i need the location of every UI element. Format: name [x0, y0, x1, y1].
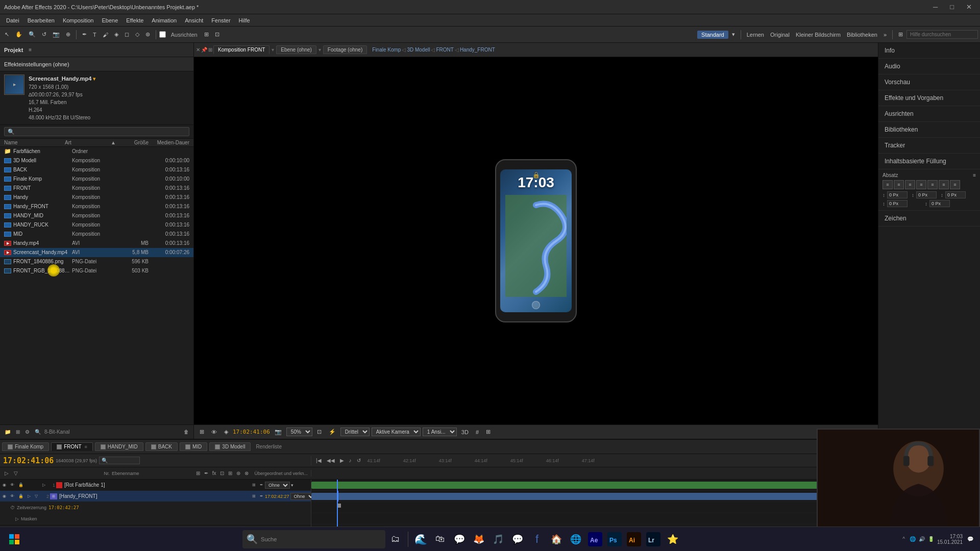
viewer-grid-btn[interactable]: #	[473, 428, 481, 437]
viewer-view-select[interactable]: 1 Ansi...	[423, 428, 457, 436]
tool-hand[interactable]: ✋	[13, 30, 25, 39]
menu-hilfe[interactable]: Hilfe	[235, 16, 254, 24]
toolbar-mode-dropdown[interactable]: ▾	[729, 30, 738, 39]
viewer-res-btn[interactable]: ⊡	[314, 427, 324, 437]
layer-2-sw2[interactable]: ✒	[258, 493, 265, 499]
menu-effekte[interactable]: Effekte	[122, 16, 148, 24]
tool-shape[interactable]: ◇	[133, 30, 142, 39]
tl-begin-btn[interactable]: |◀	[314, 457, 323, 464]
tool-camera[interactable]: 📷	[50, 30, 62, 39]
settings-btn[interactable]: ⚙	[23, 429, 31, 435]
layer-2-solo[interactable]: ◉	[1, 493, 8, 499]
align-center[interactable]: ≡	[894, 180, 904, 189]
timeline-tab-handy-mid[interactable]: HANDY_MID	[95, 442, 143, 451]
viewer-snapshot-btn[interactable]: 📷	[272, 427, 284, 437]
timeline-tab-back[interactable]: BACK	[145, 442, 178, 451]
delete-btn[interactable]: 🗑	[182, 429, 190, 435]
taskbar-lightroom[interactable]: Lr	[644, 530, 663, 548]
timeline-time-display[interactable]: 17:02:41:06	[3, 456, 54, 465]
layer-1-solo[interactable]: ◉	[1, 482, 8, 488]
switch-5[interactable]: ⊞	[227, 470, 234, 477]
tl-loop-btn[interactable]: ↺	[355, 457, 362, 464]
align-right[interactable]: ≡	[905, 180, 915, 189]
menu-datei[interactable]: Datei	[2, 16, 23, 24]
project-list-item[interactable]: HANDY_MID Komposition 0:00:13:16	[0, 211, 193, 220]
absatz-input-3[interactable]	[945, 191, 966, 198]
layer-1-sw2[interactable]: ✒	[258, 482, 265, 488]
menu-animation[interactable]: Animation	[148, 16, 181, 24]
tool-pen[interactable]: ✒	[80, 30, 89, 39]
taskbar-photoshop[interactable]: Ps	[605, 530, 624, 548]
timeline-tab-mid[interactable]: MID	[180, 442, 207, 451]
inhaltsbasierte-section[interactable]: Inhaltsbasierte Füllung	[878, 154, 980, 169]
viewer-fast-preview[interactable]: ⚡	[326, 427, 338, 437]
align-justify-all[interactable]: ≡	[950, 180, 960, 189]
taskbar-icon-10[interactable]: 🏠	[547, 530, 566, 548]
layer-2-expand[interactable]: ▽	[33, 493, 39, 499]
tl-audio-btn[interactable]: ♪	[348, 457, 353, 464]
viewer-tab-komposition[interactable]: Komposition FRONT	[213, 45, 270, 54]
maximize-button[interactable]: □	[946, 2, 958, 12]
close-button[interactable]: ✕	[962, 2, 976, 12]
project-list-item[interactable]: MID Komposition 0:00:13:16	[0, 230, 193, 239]
layer-2-visible[interactable]: 👁	[9, 493, 16, 499]
taskbar-firefox[interactable]: 🦊	[470, 530, 488, 548]
toolbar-ext[interactable]: ⊞	[896, 30, 905, 39]
bc-finale-komp[interactable]: Finale Komp	[372, 47, 401, 53]
project-list-item[interactable]: FRONT Komposition 0:00:13:16	[0, 184, 193, 193]
taskbar-clock[interactable]: 17:03 15.01.2021	[937, 534, 963, 545]
taskbar-taskview[interactable]: 🗂	[386, 530, 405, 548]
project-list-item[interactable]: ▶ Handy.mp4 AVI MB 0:00:13:16	[0, 239, 193, 248]
kleiner-btn[interactable]: Kleiner Bildschirm	[793, 30, 843, 39]
tool-extra2[interactable]: ⊡	[212, 30, 222, 39]
taskbar-messenger[interactable]: 💬	[508, 530, 527, 548]
project-search-input[interactable]	[4, 127, 189, 136]
tl-prev-btn[interactable]: ◀◀	[325, 457, 336, 464]
ausrichten-checkbox[interactable]	[159, 31, 166, 38]
taskbar-start[interactable]	[5, 530, 23, 548]
tool-pan[interactable]: ⊕	[63, 30, 73, 39]
masken-row[interactable]: ▷ Masken	[15, 516, 37, 521]
tool-stamp[interactable]: ◈	[112, 30, 121, 39]
layer-2-expand-parent[interactable]: ▷	[26, 493, 32, 499]
align-left[interactable]: ≡	[883, 180, 893, 189]
project-panel-menu[interactable]: ≡	[27, 46, 33, 53]
project-list-item[interactable]: FRONT_1840886.png PNG-Datei 596 KB	[0, 257, 193, 266]
switch-3[interactable]: fx	[211, 470, 218, 477]
menu-bearbeiten[interactable]: Bearbeiten	[23, 16, 59, 24]
switch-6[interactable]: ⊛	[235, 470, 242, 477]
layer-1-expand-btn[interactable]: ▷	[41, 482, 47, 488]
tool-text[interactable]: T	[90, 30, 99, 39]
taskbar-search[interactable]: 🔍 Suche	[242, 530, 385, 548]
taskbar-icon-last[interactable]: ⭐	[664, 530, 682, 548]
tl-expand-btn[interactable]: ▷	[3, 470, 10, 477]
zeichen-section[interactable]: Zeichen	[878, 211, 980, 227]
taskbar-aftereffects[interactable]: Ae	[586, 530, 604, 548]
align-justify-right[interactable]: ≡	[939, 180, 949, 189]
help-search[interactable]	[906, 30, 978, 39]
bc-front[interactable]: FRONT	[436, 47, 453, 53]
timeline-tab-finale[interactable]: Finale Komp	[2, 442, 49, 451]
timeline-search[interactable]	[99, 457, 140, 464]
project-list-item[interactable]: 3D Modell Komposition 0:00:10:00	[0, 156, 193, 165]
viewer-thirds-select[interactable]: Drittel	[340, 428, 370, 436]
bibliotheken-btn[interactable]: Bibliotheken	[844, 30, 880, 39]
bc-handy-front[interactable]: Handy_FRONT	[460, 47, 495, 53]
viewer-close-btn[interactable]: ✕	[196, 47, 200, 53]
absatz-input-1[interactable]	[887, 191, 908, 198]
absatz-input-2[interactable]	[916, 191, 937, 198]
align-justify-left[interactable]: ≡	[916, 180, 926, 189]
viewer-settings-btn[interactable]: ⊞	[197, 427, 207, 437]
menu-ansicht[interactable]: Ansicht	[181, 16, 207, 24]
viewer-quality-btn[interactable]: ◈	[222, 427, 231, 437]
project-list-item[interactable]: Finale Komp Komposition 0:00:10:00	[0, 174, 193, 184]
taskbar-icon-11[interactable]: 🌐	[567, 530, 585, 548]
taskbar-whatsapp[interactable]: 💬	[450, 530, 469, 548]
taskbar-store[interactable]: 🛍	[431, 530, 449, 548]
align-justify-center[interactable]: ≡	[927, 180, 938, 189]
switch-7[interactable]: ⊗	[243, 470, 250, 477]
info-section[interactable]: Info	[878, 43, 980, 59]
viewer-snap-btn[interactable]: ⊞	[208, 47, 212, 53]
project-list-item[interactable]: FRONT_RGB_1840886.png PNG-Datei 503 KB	[0, 266, 193, 276]
viewer-guides-btn[interactable]: ⊞	[483, 427, 493, 437]
